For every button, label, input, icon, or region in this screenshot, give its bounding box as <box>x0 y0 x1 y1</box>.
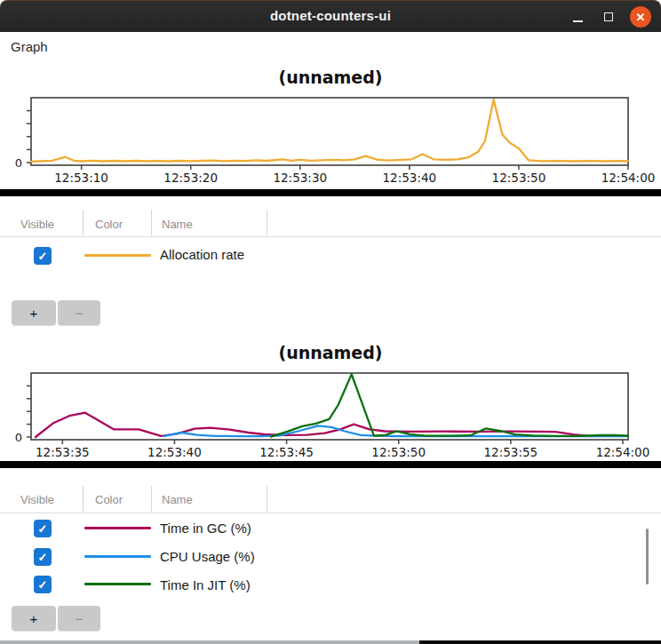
visible-checkbox[interactable]: ✓ <box>34 548 52 566</box>
series-name: CPU Usage (%) <box>160 549 255 564</box>
close-button[interactable]: ✕ <box>630 6 651 28</box>
bottom-edge-dark <box>419 640 661 644</box>
visible-checkbox[interactable]: ✓ <box>34 520 52 537</box>
column-header-visible: Visible <box>20 218 54 231</box>
header-rule <box>0 513 661 513</box>
graph-menu-label[interactable]: Graph <box>11 39 48 54</box>
minimize-button[interactable] <box>567 6 588 28</box>
column-divider <box>151 486 152 512</box>
chart-1-title: (unnamed) <box>0 68 661 87</box>
svg-text:12:53:45: 12:53:45 <box>259 445 314 459</box>
window-title: dotnet-counters-ui <box>0 8 661 23</box>
svg-text:12:53:50: 12:53:50 <box>371 445 426 459</box>
maximize-icon <box>604 12 613 21</box>
column-header-visible: Visible <box>20 493 54 506</box>
column-header-name: Name <box>162 493 193 506</box>
series-name: Time In JIT (%) <box>160 577 251 592</box>
svg-text:12:53:55: 12:53:55 <box>483 445 538 459</box>
header-rule <box>0 236 661 237</box>
svg-text:12:54:00: 12:54:00 <box>601 171 656 185</box>
series-color-swatch <box>84 555 151 558</box>
svg-text:12:53:40: 12:53:40 <box>383 171 437 185</box>
check-icon: ✓ <box>38 523 48 535</box>
app-window: dotnet-counters-ui ✕ Graph (unnamed) 012… <box>0 0 661 644</box>
svg-text:12:53:10: 12:53:10 <box>54 171 108 185</box>
visible-checkbox[interactable]: ✓ <box>34 576 52 593</box>
percent-metrics-chart: 012:53:3512:53:4012:53:4512:53:5012:53:5… <box>0 362 661 462</box>
column-divider <box>267 486 267 512</box>
series-color-swatch <box>84 527 151 529</box>
allocation-rate-chart: 012:53:1012:53:2012:53:3012:53:4012:53:5… <box>0 89 661 188</box>
svg-text:0: 0 <box>15 431 22 444</box>
add-series-button[interactable]: + <box>12 606 56 631</box>
svg-text:12:53:30: 12:53:30 <box>273 171 327 185</box>
separator-bar-2 <box>0 461 661 468</box>
close-icon: ✕ <box>636 11 646 22</box>
svg-text:12:54:00: 12:54:00 <box>596 445 650 459</box>
series-line-allocation-rate <box>31 99 628 162</box>
check-icon: ✓ <box>38 552 48 563</box>
column-header-color: Color <box>95 218 123 231</box>
check-icon: ✓ <box>38 250 48 262</box>
svg-text:12:53:50: 12:53:50 <box>492 171 546 185</box>
bottom-edge-scrollbar[interactable] <box>0 640 419 644</box>
vertical-scrollbar-thumb[interactable] <box>646 529 649 584</box>
add-series-button[interactable]: + <box>12 300 56 325</box>
column-header-name: Name <box>162 218 193 231</box>
visible-checkbox[interactable]: ✓ <box>34 247 52 265</box>
column-header-color: Color <box>95 493 123 506</box>
svg-text:12:53:35: 12:53:35 <box>36 445 90 459</box>
check-icon: ✓ <box>38 579 48 591</box>
column-divider <box>83 210 84 235</box>
svg-text:0: 0 <box>15 156 22 170</box>
svg-text:12:53:40: 12:53:40 <box>147 445 202 459</box>
maximize-button[interactable] <box>598 6 619 28</box>
column-divider <box>83 486 84 512</box>
series-name: Allocation rate <box>160 247 244 262</box>
separator-bar-1 <box>0 189 661 196</box>
svg-text:12:53:20: 12:53:20 <box>163 171 218 185</box>
remove-series-button[interactable]: − <box>58 606 100 631</box>
column-divider <box>267 210 267 235</box>
series-color-swatch <box>84 254 151 257</box>
titlebar: dotnet-counters-ui ✕ <box>0 0 661 32</box>
series-color-swatch <box>84 583 151 585</box>
chart-2-title: (unnamed) <box>0 343 661 362</box>
series-name: Time in GC (%) <box>160 521 251 536</box>
column-divider <box>151 210 152 235</box>
minimize-icon <box>573 20 583 22</box>
remove-series-button[interactable]: − <box>58 300 100 325</box>
